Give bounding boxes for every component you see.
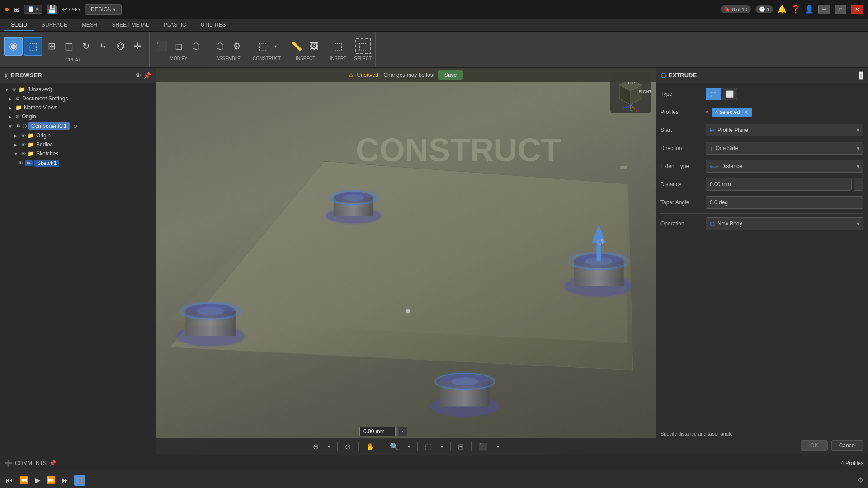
distance-inline-input[interactable]	[359, 427, 396, 436]
tab-sheet-metal[interactable]: SHEET METAL	[104, 20, 156, 31]
tab-utilities[interactable]: UTILITIES	[193, 20, 233, 31]
profile-button[interactable]: 👤	[805, 5, 814, 14]
operation-dropdown[interactable]: ⬡ New Body ▾	[706, 217, 863, 230]
panel-expand-button[interactable]: ⟫	[859, 71, 863, 80]
save-action-button[interactable]: Save	[438, 70, 463, 80]
inline-input-menu-btn[interactable]: ⋮	[397, 427, 408, 436]
env-btn[interactable]: ⬛	[475, 441, 491, 452]
close-button[interactable]: ✕	[851, 5, 863, 14]
browser-eye-btn[interactable]: 👁	[135, 72, 142, 79]
tree-named-views[interactable]: ▶ 📁 Named Views	[0, 103, 156, 112]
construct-btn-1[interactable]: ⬚	[255, 38, 271, 54]
viewport[interactable]: ⚠ Unsaved: Changes may be lost Save	[156, 68, 656, 455]
env-dropdown[interactable]: ▾	[493, 443, 503, 450]
create-cut-btn[interactable]: ◱	[61, 38, 77, 54]
save-button-header[interactable]: 💾	[47, 5, 57, 14]
tree-comp-origin-label: Origin	[36, 132, 51, 139]
maximize-button[interactable]: □	[835, 5, 846, 14]
tree-visibility-icon[interactable]: 👁	[12, 87, 17, 92]
app-menu-button[interactable]: ⊞	[14, 6, 19, 13]
last-frame-btn[interactable]: ⏭	[61, 475, 71, 486]
modify-btn-2[interactable]: ◻	[170, 38, 187, 54]
create-join-btn[interactable]: ⊞	[43, 38, 60, 54]
start-dropdown[interactable]: ⊢ Profile Plane ▾	[706, 124, 863, 136]
create-new-body-btn[interactable]: ◉	[4, 37, 23, 56]
comments-section: ➕ COMMENTS 📌	[5, 460, 56, 467]
type-surface-btn[interactable]: ⬜	[722, 88, 737, 100]
component-visibility-icon[interactable]: 👁	[15, 123, 20, 129]
create-extrude-btn[interactable]: ⬚	[24, 37, 42, 56]
create-sweep-btn[interactable]: ⤷	[95, 38, 111, 54]
tree-component-origin[interactable]: ▶ 👁 📁 Origin	[0, 131, 156, 140]
component-target-icon[interactable]: ⊙	[73, 123, 77, 129]
minimize-button[interactable]: ─	[818, 5, 830, 14]
tab-mesh[interactable]: MESH	[75, 20, 105, 31]
create-revolve-btn[interactable]: ↻	[78, 38, 94, 54]
sketch1-vis-icon[interactable]: 👁	[18, 160, 23, 166]
redo-dropdown[interactable]: ▾	[78, 7, 80, 12]
tree-origin[interactable]: ▶ ⊕ Origin	[0, 112, 156, 121]
construct-dropdown[interactable]: ▾	[272, 38, 279, 54]
cancel-button[interactable]: Cancel	[831, 440, 863, 451]
profiles-clear-btn[interactable]: ✕	[744, 109, 749, 116]
type-control: ⬚ ⬜	[706, 88, 863, 100]
tree-bodies[interactable]: ▶ 👁 📁 Bodies	[0, 140, 156, 149]
prev-frame-btn[interactable]: ⏪	[18, 474, 30, 486]
tab-plastic[interactable]: PLASTIC	[156, 20, 193, 31]
pan-btn[interactable]: ✋	[362, 441, 378, 452]
select-btn-1[interactable]: ⬚	[355, 38, 371, 54]
undo-button[interactable]: ↩	[61, 5, 67, 14]
undo-dropdown[interactable]: ▾	[68, 7, 71, 12]
redo-button[interactable]: ↪	[71, 5, 77, 14]
display-dropdown[interactable]: ▾	[437, 443, 447, 450]
fit-btn[interactable]: ⊕	[309, 441, 322, 452]
tree-root[interactable]: ▼ 👁 📁 (Unsaved)	[0, 85, 156, 94]
modify-btn-1[interactable]: ⬛	[153, 38, 170, 54]
zoom-dropdown[interactable]: ▾	[404, 443, 414, 450]
tree-component[interactable]: ▼ 👁 ⬡ Component1:1 ⊙	[0, 121, 156, 131]
notification-button[interactable]: 🔔	[778, 5, 787, 14]
tree-document-settings[interactable]: ▶ ⚙ Document Settings	[0, 94, 156, 103]
direction-dropdown[interactable]: ↕ One Side ▾	[706, 142, 863, 155]
tab-surface[interactable]: SURFACE	[34, 20, 75, 31]
distance-input[interactable]	[706, 178, 852, 191]
display-btn[interactable]: ⬚	[421, 441, 435, 452]
browser-collapse-btn[interactable]: ⟪	[5, 72, 8, 79]
inspect-measure-btn[interactable]: 📏	[289, 38, 305, 54]
playbar-settings-btn[interactable]: ⚙	[857, 476, 863, 484]
timeline-indicator[interactable]	[74, 475, 85, 486]
next-frame-btn[interactable]: ⏩	[45, 474, 57, 486]
assemble-btn-1[interactable]: ⬡	[212, 38, 228, 54]
distance-menu-btn[interactable]: ⋮	[854, 178, 863, 191]
comments-expand-btn[interactable]: ➕	[5, 460, 12, 467]
first-frame-btn[interactable]: ⏮	[5, 475, 14, 486]
modify-btn-3[interactable]: ⬡	[188, 38, 204, 54]
help-button[interactable]: ❓	[791, 5, 800, 14]
comments-pin-btn[interactable]: 📌	[49, 460, 56, 466]
bodies-vis-icon[interactable]: 👁	[21, 142, 26, 147]
play-btn[interactable]: ▶	[33, 474, 42, 486]
design-dropdown-button[interactable]: DESIGN ▾	[85, 4, 122, 15]
type-solid-btn[interactable]: ⬚	[706, 88, 721, 100]
file-button[interactable]: 📄 ▾	[24, 5, 42, 14]
tree-sketches[interactable]: ▼ 👁 📁 Sketches	[0, 149, 156, 158]
orbit-btn[interactable]: ⊙	[341, 441, 354, 452]
inspect-btn-2[interactable]: 🖼	[306, 38, 322, 54]
assemble-btn-2[interactable]: ⚙	[229, 38, 245, 54]
comp-origin-vis-icon[interactable]: 👁	[21, 133, 26, 138]
extent-type-dropdown[interactable]: ⟺ Distance ▾	[706, 160, 863, 173]
sketches-vis-icon[interactable]: 👁	[21, 151, 26, 156]
create-loft-btn[interactable]: ⌬	[112, 38, 128, 54]
profiles-badge[interactable]: 4 selected ✕	[712, 108, 752, 117]
taper-angle-input[interactable]	[706, 196, 863, 209]
ok-button[interactable]: OK	[801, 440, 827, 451]
tab-solid[interactable]: SOLID	[4, 20, 34, 31]
zoom-btn[interactable]: 🔍	[386, 441, 402, 452]
insert-btn-1[interactable]: ⬚	[330, 38, 346, 54]
grid-btn[interactable]: ⊞	[454, 441, 467, 452]
browser-pin-btn[interactable]: 📌	[143, 72, 151, 79]
playback-bar: ⏮ ⏪ ▶ ⏩ ⏭ ⚙	[0, 471, 868, 488]
vp-dropdown-1[interactable]: ▾	[324, 443, 334, 450]
create-move-btn[interactable]: ✛	[129, 38, 146, 54]
tree-sketch1[interactable]: 👁 ✏ Sketch1	[0, 158, 156, 168]
